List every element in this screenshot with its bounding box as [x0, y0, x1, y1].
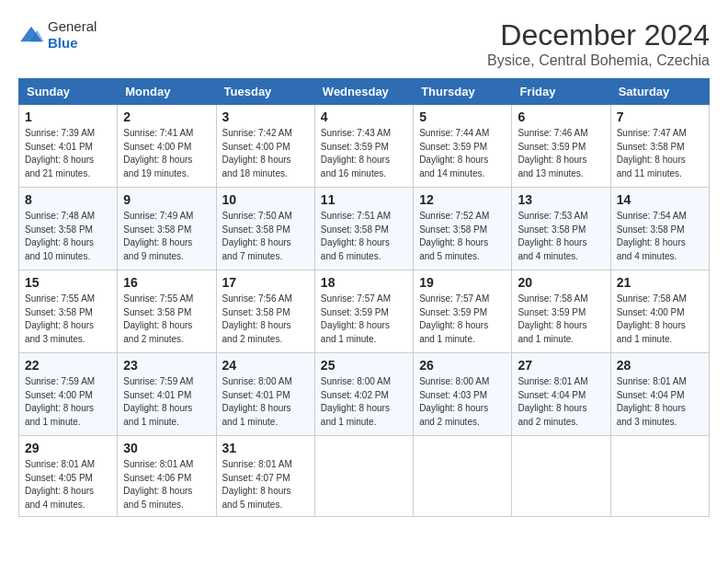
day-info: Sunrise: 7:54 AM Sunset: 3:58 PM Dayligh…	[617, 210, 703, 263]
calendar-day-cell: 28 Sunrise: 8:01 AM Sunset: 4:04 PM Dayl…	[610, 353, 709, 436]
weekday-header: Saturday	[610, 79, 709, 105]
calendar-day-cell: 9 Sunrise: 7:49 AM Sunset: 3:58 PM Dayli…	[118, 188, 216, 270]
day-info: Sunrise: 8:01 AM Sunset: 4:06 PM Dayligh…	[123, 458, 210, 511]
calendar-day-cell: 22 Sunrise: 7:59 AM Sunset: 4:00 PM Dayl…	[19, 353, 118, 436]
day-number: 19	[419, 275, 506, 290]
calendar-day-cell: 1 Sunrise: 7:39 AM Sunset: 4:01 PM Dayli…	[19, 105, 118, 188]
calendar-day-cell: 27 Sunrise: 8:01 AM Sunset: 4:04 PM Dayl…	[512, 353, 610, 436]
day-info: Sunrise: 7:46 AM Sunset: 3:59 PM Dayligh…	[518, 127, 604, 180]
calendar-day-cell	[610, 436, 709, 517]
day-number: 26	[419, 358, 506, 373]
calendar-week-row: 15 Sunrise: 7:55 AM Sunset: 3:58 PM Dayl…	[19, 270, 710, 353]
calendar-day-cell: 4 Sunrise: 7:43 AM Sunset: 3:59 PM Dayli…	[314, 105, 413, 188]
weekday-header: Tuesday	[216, 79, 314, 105]
calendar-day-cell: 17 Sunrise: 7:56 AM Sunset: 3:58 PM Dayl…	[216, 270, 314, 353]
calendar-day-cell: 12 Sunrise: 7:52 AM Sunset: 3:58 PM Dayl…	[414, 188, 512, 270]
calendar-day-cell: 5 Sunrise: 7:44 AM Sunset: 3:59 PM Dayli…	[414, 105, 512, 188]
calendar-day-cell: 2 Sunrise: 7:41 AM Sunset: 4:00 PM Dayli…	[118, 105, 216, 188]
day-number: 22	[25, 358, 111, 373]
day-number: 23	[123, 358, 210, 373]
day-number: 28	[617, 358, 703, 373]
day-info: Sunrise: 7:42 AM Sunset: 4:00 PM Dayligh…	[222, 127, 309, 180]
day-info: Sunrise: 7:55 AM Sunset: 3:58 PM Dayligh…	[123, 293, 210, 346]
calendar-day-cell: 3 Sunrise: 7:42 AM Sunset: 4:00 PM Dayli…	[216, 105, 314, 188]
day-info: Sunrise: 8:01 AM Sunset: 4:04 PM Dayligh…	[617, 375, 703, 429]
day-info: Sunrise: 7:53 AM Sunset: 3:58 PM Dayligh…	[518, 210, 604, 263]
day-info: Sunrise: 7:41 AM Sunset: 4:00 PM Dayligh…	[123, 127, 210, 180]
day-number: 10	[222, 192, 309, 207]
calendar-day-cell: 19 Sunrise: 7:57 AM Sunset: 3:59 PM Dayl…	[414, 270, 512, 353]
calendar-day-cell	[512, 436, 610, 517]
day-number: 24	[222, 358, 309, 373]
calendar-day-cell: 30 Sunrise: 8:01 AM Sunset: 4:06 PM Dayl…	[118, 436, 216, 517]
day-info: Sunrise: 7:47 AM Sunset: 3:58 PM Dayligh…	[617, 127, 703, 180]
title-block: December 2024 Bysice, Central Bohemia, C…	[487, 18, 710, 69]
calendar-week-row: 22 Sunrise: 7:59 AM Sunset: 4:00 PM Dayl…	[19, 353, 710, 436]
day-info: Sunrise: 8:01 AM Sunset: 4:05 PM Dayligh…	[25, 458, 111, 511]
day-info: Sunrise: 8:01 AM Sunset: 4:04 PM Dayligh…	[518, 375, 604, 429]
calendar-day-cell: 16 Sunrise: 7:55 AM Sunset: 3:58 PM Dayl…	[118, 270, 216, 353]
weekday-header: Sunday	[19, 79, 118, 105]
day-number: 17	[222, 275, 309, 290]
day-info: Sunrise: 7:59 AM Sunset: 4:00 PM Dayligh…	[25, 375, 111, 429]
day-number: 30	[123, 441, 210, 455]
weekday-header: Monday	[118, 79, 216, 105]
day-info: Sunrise: 7:52 AM Sunset: 3:58 PM Dayligh…	[419, 210, 506, 263]
calendar-day-cell: 14 Sunrise: 7:54 AM Sunset: 3:58 PM Dayl…	[610, 188, 709, 270]
day-info: Sunrise: 7:48 AM Sunset: 3:58 PM Dayligh…	[25, 210, 111, 263]
day-info: Sunrise: 8:00 AM Sunset: 4:02 PM Dayligh…	[321, 375, 407, 429]
day-number: 21	[617, 275, 703, 290]
calendar-day-cell: 10 Sunrise: 7:50 AM Sunset: 3:58 PM Dayl…	[216, 188, 314, 270]
calendar-week-row: 8 Sunrise: 7:48 AM Sunset: 3:58 PM Dayli…	[19, 188, 710, 270]
day-number: 14	[617, 192, 703, 207]
calendar-week-row: 1 Sunrise: 7:39 AM Sunset: 4:01 PM Dayli…	[19, 105, 710, 188]
day-number: 3	[222, 109, 309, 124]
calendar-day-cell: 18 Sunrise: 7:57 AM Sunset: 3:59 PM Dayl…	[314, 270, 413, 353]
day-info: Sunrise: 7:56 AM Sunset: 3:58 PM Dayligh…	[222, 293, 309, 346]
day-info: Sunrise: 7:55 AM Sunset: 3:58 PM Dayligh…	[25, 293, 111, 346]
calendar-week-row: 29 Sunrise: 8:01 AM Sunset: 4:05 PM Dayl…	[19, 436, 710, 517]
day-info: Sunrise: 8:01 AM Sunset: 4:07 PM Dayligh…	[222, 458, 309, 511]
day-number: 16	[123, 275, 210, 290]
day-info: Sunrise: 7:44 AM Sunset: 3:59 PM Dayligh…	[419, 127, 506, 180]
day-info: Sunrise: 7:49 AM Sunset: 3:58 PM Dayligh…	[123, 210, 210, 263]
day-number: 27	[518, 358, 604, 373]
day-number: 9	[123, 192, 210, 207]
day-number: 2	[123, 109, 210, 124]
page-header: General Blue December 2024 Bysice, Centr…	[18, 18, 710, 69]
day-number: 20	[518, 275, 604, 290]
day-number: 31	[222, 441, 309, 455]
day-number: 4	[321, 109, 407, 124]
month-title: December 2024	[487, 18, 710, 52]
calendar-table: SundayMondayTuesdayWednesdayThursdayFrid…	[18, 78, 710, 517]
day-number: 8	[25, 192, 111, 207]
day-number: 15	[25, 275, 111, 290]
day-number: 13	[518, 192, 604, 207]
day-number: 1	[25, 109, 111, 124]
calendar-day-cell: 15 Sunrise: 7:55 AM Sunset: 3:58 PM Dayl…	[19, 270, 118, 353]
day-info: Sunrise: 7:50 AM Sunset: 3:58 PM Dayligh…	[222, 210, 309, 263]
day-info: Sunrise: 7:43 AM Sunset: 3:59 PM Dayligh…	[321, 127, 407, 180]
calendar-day-cell	[414, 436, 512, 517]
calendar-day-cell: 31 Sunrise: 8:01 AM Sunset: 4:07 PM Dayl…	[216, 436, 314, 517]
weekday-header: Friday	[512, 79, 610, 105]
day-number: 6	[518, 109, 604, 124]
calendar-day-cell: 11 Sunrise: 7:51 AM Sunset: 3:58 PM Dayl…	[314, 188, 413, 270]
calendar-day-cell: 8 Sunrise: 7:48 AM Sunset: 3:58 PM Dayli…	[19, 188, 118, 270]
calendar-day-cell: 6 Sunrise: 7:46 AM Sunset: 3:59 PM Dayli…	[512, 105, 610, 188]
weekday-header: Wednesday	[314, 79, 413, 105]
day-number: 29	[25, 441, 111, 455]
day-info: Sunrise: 8:00 AM Sunset: 4:03 PM Dayligh…	[419, 375, 506, 429]
logo-general-text: General	[48, 18, 97, 34]
day-info: Sunrise: 7:58 AM Sunset: 3:59 PM Dayligh…	[518, 293, 604, 346]
day-number: 5	[419, 109, 506, 124]
day-number: 11	[321, 192, 407, 207]
calendar-day-cell	[314, 436, 413, 517]
day-info: Sunrise: 7:57 AM Sunset: 3:59 PM Dayligh…	[419, 293, 506, 346]
day-number: 12	[419, 192, 506, 207]
day-info: Sunrise: 7:51 AM Sunset: 3:58 PM Dayligh…	[321, 210, 407, 263]
day-info: Sunrise: 7:57 AM Sunset: 3:59 PM Dayligh…	[321, 293, 407, 346]
logo-blue-text: Blue	[48, 35, 78, 51]
day-info: Sunrise: 7:39 AM Sunset: 4:01 PM Dayligh…	[25, 127, 111, 180]
calendar-day-cell: 25 Sunrise: 8:00 AM Sunset: 4:02 PM Dayl…	[314, 353, 413, 436]
